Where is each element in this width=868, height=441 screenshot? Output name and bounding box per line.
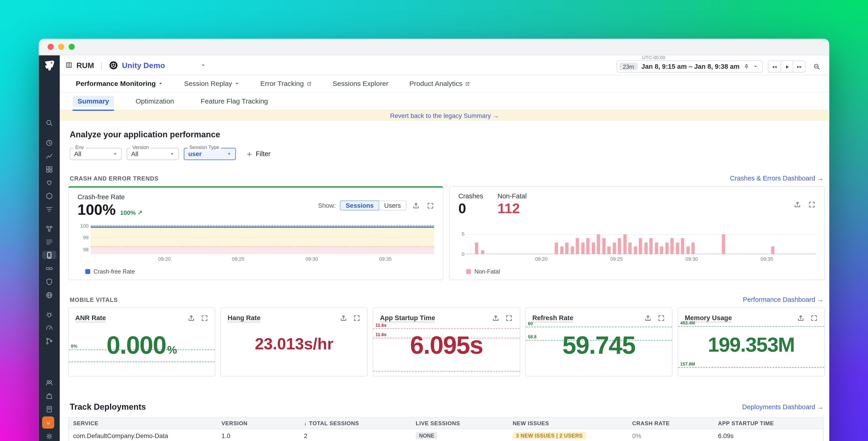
session-type-select-value: user — [188, 151, 202, 157]
breadcrumb: RUM | Unity Demo — [65, 61, 205, 69]
non-fatal-bar — [660, 246, 663, 254]
toggle-users[interactable]: Users — [379, 200, 406, 210]
column-header-crash-rate[interactable]: CRASH RATE — [628, 420, 714, 426]
vital-number: 6.095s — [410, 331, 483, 359]
tab-error-tracking[interactable]: Error Tracking — [260, 80, 312, 88]
notebooks-icon — [45, 405, 53, 413]
integrations-icon — [45, 264, 53, 272]
non-fatal-bar — [613, 242, 616, 254]
subtab-summary[interactable]: Summary — [72, 95, 114, 107]
export-icon — [412, 202, 420, 209]
expand-button[interactable] — [807, 199, 816, 209]
column-header-service[interactable]: SERVICE — [69, 420, 217, 426]
maximize-window-button[interactable] — [69, 43, 75, 50]
subtab-optimization[interactable]: Optimization — [131, 95, 179, 107]
y-tick-label: 98 — [79, 247, 89, 252]
tab-performance-monitoring[interactable]: Performance Monitoring — [76, 80, 163, 88]
table-row[interactable]: com.DefaultCompany.Demo-Data1.02NONE3 NE… — [69, 429, 823, 441]
sidebar-item-notebooks[interactable] — [42, 405, 56, 413]
skip-back-button[interactable] — [768, 61, 780, 73]
sidebar-item-service-map[interactable] — [42, 225, 56, 233]
non-fatal-chart: 5009:2009:2509:3009:35 — [459, 227, 818, 263]
column-header-version[interactable]: VERSION — [217, 420, 300, 426]
skip-forward-button[interactable] — [793, 61, 805, 73]
export-button[interactable] — [491, 313, 501, 323]
sidebar-item-settings[interactable] — [42, 432, 56, 440]
cell-app_startup_time: 6.09s — [714, 432, 823, 439]
minimize-window-button[interactable] — [58, 43, 64, 50]
crashes-card: Crashes 0 Non-Fatal 112 — [449, 186, 825, 280]
close-window-button[interactable] — [48, 43, 54, 50]
vital-card-icons — [643, 313, 666, 323]
expand-button[interactable] — [199, 313, 210, 323]
sidebar-item-marketplace[interactable] — [42, 391, 56, 400]
page-content: Analyze your application performance Env… — [60, 121, 829, 441]
subtab-feature-flag-tracking[interactable]: Feature Flag Tracking — [196, 95, 273, 107]
crashes-controls — [792, 199, 816, 209]
expand-button[interactable] — [425, 200, 435, 210]
performance-dashboard-link[interactable]: Performance Dashboard → — [743, 296, 824, 303]
legacy-summary-link[interactable]: Revert back to the legacy Summary → — [390, 112, 499, 119]
sidebar-item-apm[interactable] — [42, 205, 56, 213]
x-tick-label: 09:30 — [685, 256, 698, 262]
non-fatal-bar — [481, 250, 485, 254]
export-button[interactable] — [411, 200, 421, 210]
tab-session-replay[interactable]: Session Replay — [184, 80, 239, 88]
sidebar-item-watchdog[interactable] — [42, 178, 56, 186]
time-range-control[interactable]: 23m Jan 8, 9:15 am – Jan 8, 9:38 am — [617, 60, 763, 72]
sidebar-item-search[interactable] — [42, 119, 56, 127]
column-header-live-sessions[interactable]: LIVE SESSIONS — [411, 420, 508, 426]
export-button[interactable] — [796, 313, 806, 323]
expand-button[interactable] — [352, 313, 362, 323]
non-fatal-bar — [633, 246, 637, 254]
toggle-sessions[interactable]: Sessions — [340, 200, 379, 210]
export-button[interactable] — [339, 313, 348, 323]
version-select[interactable]: Version All — [127, 148, 179, 160]
crashes-errors-dashboard-link[interactable]: Crashes & Errors Dashboard → — [730, 174, 824, 182]
export-button[interactable] — [186, 313, 196, 323]
export-button[interactable] — [643, 313, 653, 323]
sidebar-item-teams[interactable] — [42, 378, 56, 386]
non-fatal-bar — [686, 246, 690, 254]
zoom-out-button[interactable] — [810, 60, 823, 72]
add-filter-button[interactable]: Filter — [246, 150, 271, 158]
time-controls: UTC-05:00 23m Jan 8, 9:15 am – Jan 8, 9:… — [617, 55, 823, 76]
datadog-logo[interactable] — [42, 59, 56, 73]
env-select[interactable]: Env All — [70, 148, 122, 160]
sidebar-item-profiling[interactable] — [42, 323, 56, 331]
play-button[interactable] — [780, 61, 793, 73]
tab-sessions-explorer[interactable]: Sessions Explorer — [333, 80, 388, 88]
sidebar-item-security[interactable] — [42, 277, 56, 286]
expand-icon — [201, 314, 208, 322]
sidebar-item-error-tracking[interactable] — [42, 310, 56, 318]
sidebar-item-dashboards[interactable] — [42, 165, 56, 173]
non-fatal-title: Non-Fatal — [497, 192, 527, 200]
expand-button[interactable] — [809, 313, 819, 323]
sidebar-item-bits-ai[interactable] — [42, 416, 54, 429]
caret-down-icon — [753, 64, 758, 68]
column-header-total-sessions[interactable]: ↓TOTAL SESSIONS — [300, 420, 411, 426]
column-header-app-startup-time[interactable]: APP STARTUP TIME — [714, 420, 823, 426]
column-header-new-issues[interactable]: NEW ISSUES — [508, 420, 628, 426]
sidebar-item-metrics[interactable] — [42, 152, 56, 160]
tab-label: Performance Monitoring — [76, 80, 156, 88]
sidebar-item-infrastructure[interactable] — [42, 192, 56, 200]
deployments-dashboard-link[interactable]: Deployments Dashboard → — [742, 403, 824, 411]
non-fatal-legend-swatch — [466, 269, 471, 274]
sidebar-item-rum[interactable] — [42, 251, 56, 259]
tab-product-analytics[interactable]: Product Analytics — [409, 80, 470, 88]
sidebar-item-integrations[interactable] — [42, 264, 56, 272]
sidebar-item-logs[interactable] — [42, 238, 56, 246]
unity-icon — [109, 61, 118, 69]
app-selector[interactable]: Unity Demo — [122, 61, 165, 69]
sidebar-item-synthetics[interactable] — [42, 291, 56, 299]
session-type-select[interactable]: Session Type user — [184, 148, 236, 160]
sidebar-item-history[interactable] — [42, 139, 56, 147]
error-tracking-icon — [45, 310, 53, 318]
metrics-icon — [45, 152, 53, 160]
export-button[interactable] — [792, 199, 802, 209]
expand-button[interactable] — [504, 313, 514, 323]
y-tick-label: 5 — [459, 232, 465, 237]
expand-button[interactable] — [656, 313, 666, 323]
sidebar-item-ci-cd[interactable] — [42, 336, 56, 345]
